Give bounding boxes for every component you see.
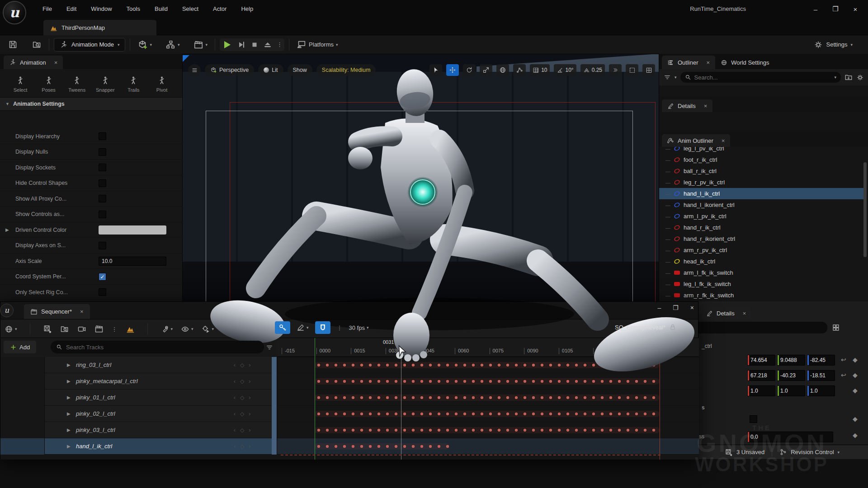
setting-checkbox[interactable] <box>99 211 106 218</box>
outliner-tab[interactable]: Outliner × <box>662 56 715 69</box>
animation-settings-header[interactable]: ▼ Animation Settings <box>0 97 182 111</box>
anim-tool-poses[interactable]: Poses <box>37 75 61 93</box>
menu-actor[interactable]: Actor <box>206 0 234 18</box>
keyframe-nav-icons[interactable]: ‹◇› <box>234 443 255 450</box>
track-row[interactable]: ▶pinky_metacarpal_l_ctrl‹◇› <box>0 373 277 389</box>
setting-value-field[interactable]: 10.0 <box>99 257 166 266</box>
new-folder-icon[interactable] <box>844 73 853 81</box>
add-track-button[interactable]: Add <box>4 341 36 353</box>
timeline-ruler[interactable]: -015000000150030004500600075009001050120… <box>277 338 699 357</box>
keyframe-diamond-icon[interactable]: ◆ <box>853 415 858 422</box>
world-settings-tab[interactable]: World Settings <box>715 56 774 69</box>
anim-tool-select[interactable]: Select <box>8 75 33 93</box>
stop-button[interactable] <box>250 41 259 49</box>
add-actor-dropdown[interactable]: ▾ <box>135 38 155 52</box>
minimize-button[interactable]: – <box>806 0 826 18</box>
anim-outliner-item[interactable]: —foot_r_ik_ctrl <box>659 154 865 165</box>
keyframe-diamond-icon[interactable]: ◆ <box>853 371 858 379</box>
anim-tool-snapper[interactable]: Snapper <box>93 75 118 93</box>
surface-snap-toggle[interactable] <box>513 64 526 76</box>
grid-snap-control[interactable]: 10 <box>530 64 550 76</box>
color-swatch[interactable] <box>99 225 166 235</box>
toolbar-overflow-button[interactable] <box>609 64 622 76</box>
perspective-dropdown[interactable]: Perspective <box>205 64 254 76</box>
anim-outliner-item[interactable]: —arm_l_fk_ik_switch <box>659 267 865 278</box>
vector-z-field[interactable]: 1.0 <box>807 385 835 396</box>
vector-y-field[interactable]: 9.0488 <box>777 355 805 366</box>
setting-checkbox[interactable] <box>99 148 106 156</box>
anim-tool-trails[interactable]: Trails <box>121 75 146 93</box>
expand-arrow-icon[interactable]: ▶ <box>5 227 9 232</box>
anim-outliner-item[interactable]: —hand_l_ik_ctrl <box>659 188 865 199</box>
revision-control-label[interactable]: Revision Control <box>791 449 834 455</box>
keyframe-diamond-icon[interactable]: ◆ <box>853 387 858 394</box>
playback-options-dropdown[interactable]: ▾ <box>202 325 214 333</box>
expand-arrow-icon[interactable]: ▶ <box>67 379 71 384</box>
world-coord-toggle[interactable] <box>496 64 509 76</box>
angle-snap-control[interactable]: 10° <box>554 64 576 76</box>
setting-checkbox[interactable] <box>99 164 106 171</box>
display-grid-icon[interactable] <box>832 324 840 332</box>
vector-x-field[interactable]: 1.0 <box>747 385 775 396</box>
play-options-kebab[interactable]: ⋮ <box>277 41 283 48</box>
close-button[interactable]: × <box>845 0 865 18</box>
anim-outliner-item[interactable]: —leg_r_pv_ik_ctrl <box>659 177 865 188</box>
details-search-input[interactable]: ch <box>686 322 827 333</box>
close-icon[interactable]: × <box>722 137 725 144</box>
animation-tab[interactable]: Animation × <box>4 56 63 69</box>
anim-outliner-item[interactable]: —ball_r_ik_ctrl <box>659 165 865 177</box>
play-button[interactable] <box>222 39 232 50</box>
track-timeline-row[interactable] <box>277 389 699 406</box>
maximize-button[interactable]: ❐ <box>673 304 679 311</box>
keyframe-nav-icons[interactable]: ‹◇› <box>234 362 255 368</box>
kebab-icon[interactable]: ⋮ <box>112 326 118 333</box>
browse-sequence-icon[interactable] <box>60 324 69 333</box>
track-search-input[interactable]: Search Tracks <box>51 341 264 353</box>
menu-help[interactable]: Help <box>234 0 260 18</box>
anim-outliner-item[interactable]: —arm_l_pv_ik_ctrl <box>659 211 865 222</box>
close-icon[interactable]: × <box>54 59 58 66</box>
playhead-marker[interactable] <box>397 338 405 346</box>
vector-x-field[interactable]: 74.654 <box>747 355 775 366</box>
platforms-dropdown[interactable]: Platforms ▾ <box>294 38 340 52</box>
track-row[interactable]: ▶ring_03_l_ctrl‹◇› <box>0 357 277 373</box>
keyframe-nav-icons[interactable]: ‹◇› <box>234 411 255 417</box>
world-dropdown[interactable]: ▾ <box>5 325 17 333</box>
filter-icon[interactable] <box>664 74 671 81</box>
level-tab[interactable]: ThirdPersonMap <box>43 20 156 35</box>
details-checkbox[interactable] <box>750 415 757 423</box>
anim-outliner-item[interactable]: —head_ik_ctrl <box>659 256 865 267</box>
track-row[interactable]: ▶pinky_01_l_ctrl‹◇› <box>0 389 277 406</box>
setting-checkbox[interactable] <box>99 195 106 202</box>
anim-outliner-item[interactable]: —arm_r_fk_ik_switch <box>659 290 865 301</box>
anim-tool-pivot[interactable]: Pivot <box>150 75 174 93</box>
expand-arrow-icon[interactable]: ▶ <box>67 395 71 400</box>
select-tool[interactable] <box>429 64 442 76</box>
reset-arrow-icon[interactable]: ↩ <box>841 371 846 379</box>
close-button[interactable]: × <box>690 304 694 311</box>
keyframe-nav-icons[interactable]: ‹◇› <box>234 378 255 385</box>
keyframe-diamond-icon[interactable]: ◆ <box>853 356 858 363</box>
anim-outliner-item[interactable]: —hand_l_ikorient_ctrl <box>659 199 865 211</box>
browse-content-button[interactable] <box>29 38 44 51</box>
menu-file[interactable]: File <box>35 0 59 18</box>
anim-outliner-item[interactable]: —leg_l_pv_ik_ctrl <box>659 147 865 154</box>
keyframe-nav-icons[interactable]: ‹◇› <box>234 394 255 401</box>
minimize-button[interactable]: – <box>657 304 661 311</box>
gear-icon[interactable] <box>856 74 864 81</box>
edit-options-dropdown[interactable]: ▾ <box>160 325 173 333</box>
keyframe-diamond-icon[interactable]: ◆ <box>853 432 858 439</box>
maximize-button[interactable]: ❐ <box>826 0 845 18</box>
track-timeline-row[interactable] <box>277 373 699 389</box>
anim-tool-tweens[interactable]: Tweens <box>65 75 89 93</box>
setting-checkbox[interactable]: ✓ <box>99 273 106 281</box>
menu-window[interactable]: Window <box>84 0 119 18</box>
vector-z-field[interactable]: -82.45 <box>807 355 835 366</box>
lock-icon[interactable] <box>669 324 676 331</box>
snap-toggle-button[interactable] <box>315 321 330 334</box>
render-movie-icon[interactable] <box>126 324 135 333</box>
editor-mode-dropdown[interactable]: Animation Mode ▾ <box>54 38 125 52</box>
vector-y-field[interactable]: -40.23 <box>777 370 805 381</box>
anim-outliner-tab[interactable]: Anim Outliner × <box>662 134 730 147</box>
auto-key-button[interactable] <box>275 321 290 334</box>
